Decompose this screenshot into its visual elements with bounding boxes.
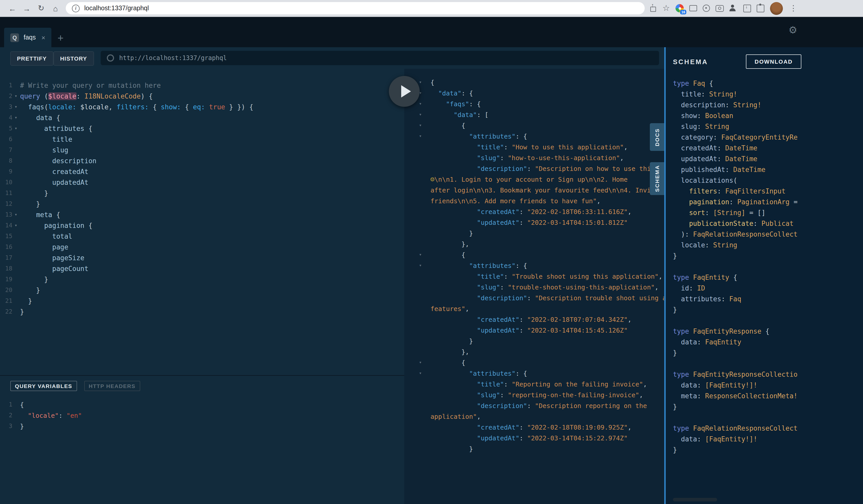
code-line: locale: String <box>673 240 802 250</box>
home-button[interactable]: ⌂ <box>48 1 63 15</box>
history-extension-icon[interactable] <box>703 5 710 12</box>
cast-icon[interactable] <box>689 5 697 11</box>
menu-kebab-icon[interactable]: ⋮ <box>788 3 798 13</box>
caret-spacer <box>414 400 424 411</box>
forward-button[interactable]: → <box>20 1 34 15</box>
save-page-icon[interactable]: ↓ <box>743 4 751 12</box>
code-line: } <box>673 401 802 412</box>
line-number: 2 <box>0 91 12 102</box>
line-number: 19 <box>0 274 12 285</box>
code-line: show: Boolean <box>673 110 802 121</box>
endpoint-input[interactable]: http://localhost:1337/graphql <box>101 51 659 65</box>
docs-side-tab[interactable]: DOCS <box>650 123 664 151</box>
collapse-caret-icon[interactable]: ▾ <box>414 109 424 120</box>
fold-spacer <box>12 410 20 421</box>
query-editor[interactable]: 1# Write your query or mutation here2▾qu… <box>0 69 404 317</box>
code-line: updatedAt: DateTime <box>673 153 802 164</box>
fold-spacer <box>12 263 20 274</box>
code-line: 14▾ pagination { <box>0 220 404 231</box>
fold-spacer <box>12 134 20 145</box>
site-info-icon[interactable]: i <box>72 4 79 12</box>
code-line: 1{ <box>0 399 404 410</box>
collapse-caret-icon[interactable]: ▾ <box>414 260 424 271</box>
pane-divider[interactable] <box>664 47 666 504</box>
code-line: "title": "How to use this application", <box>414 142 664 153</box>
code-line: application", <box>414 411 664 422</box>
code-line: "createdAt": "2022-02-18T08:19:09.925Z", <box>414 422 664 432</box>
query-editor-pane[interactable]: 1# Write your query or mutation here2▾qu… <box>0 69 404 504</box>
camera-icon[interactable] <box>716 5 724 12</box>
close-tab-icon[interactable]: × <box>41 34 45 41</box>
caret-spacer <box>414 217 424 228</box>
history-button[interactable]: HISTORY <box>53 51 94 66</box>
line-number: 6 <box>0 134 12 145</box>
download-button[interactable]: DOWNLOAD <box>746 54 801 69</box>
fold-caret-icon[interactable]: ▾ <box>12 91 20 102</box>
execute-button[interactable] <box>389 76 420 107</box>
code-line: createdAt: DateTime <box>673 143 802 153</box>
collapse-caret-icon[interactable]: ▾ <box>414 368 424 379</box>
tab-query-variables[interactable]: QUERY VARIABLES <box>10 381 77 391</box>
code-line: type Faq { <box>673 78 802 89</box>
schema-side-tab[interactable]: SCHEMA <box>650 162 664 195</box>
schema-sdl-pane[interactable]: SCHEMA DOWNLOAD type Faq { title: String… <box>666 47 863 504</box>
caret-spacer <box>414 196 424 206</box>
code-line: filters: FaqFiltersInput <box>673 186 802 196</box>
tab-http-headers[interactable]: HTTP HEADERS <box>84 381 140 391</box>
code-line: ▾{ <box>414 77 664 88</box>
caret-spacer <box>414 174 424 185</box>
fold-caret-icon[interactable]: ▾ <box>12 123 20 134</box>
url-bar[interactable]: i localhost:1337/graphql <box>66 2 645 14</box>
avatar[interactable] <box>770 2 783 15</box>
horizontal-scrollbar[interactable] <box>673 498 717 502</box>
prettify-button[interactable]: PRETTIFY <box>10 51 53 66</box>
profiles-icon[interactable] <box>729 5 738 12</box>
caret-spacer <box>414 153 424 163</box>
endpoint-status-icon <box>107 54 114 62</box>
extensions-puzzle-icon[interactable] <box>757 4 764 12</box>
caret-spacer <box>414 185 424 196</box>
code-line: }, <box>414 239 664 249</box>
fold-spacer <box>12 253 20 263</box>
back-button[interactable]: ← <box>5 1 20 15</box>
fold-caret-icon[interactable]: ▾ <box>12 102 20 112</box>
fold-spacer <box>12 421 20 432</box>
line-number: 8 <box>0 155 12 166</box>
variables-editor[interactable]: 1{2 "locale": "en"3} <box>0 399 404 432</box>
code-line: 17 pageSize <box>0 253 404 263</box>
tab-faqs[interactable]: Q faqs × <box>4 28 51 47</box>
code-line <box>673 358 802 369</box>
code-line: 20 } <box>0 285 404 296</box>
response-pane[interactable]: ▾{▾ "data": {▾ "faqs": {▾ "data": [▾ {▾ … <box>404 69 664 504</box>
code-line: data: FaqEntity <box>673 337 802 348</box>
fold-caret-icon[interactable]: ▾ <box>12 112 20 123</box>
fold-caret-icon[interactable]: ▾ <box>12 209 20 220</box>
code-line: ☺\n\n1. Login to your account or Sign up… <box>414 174 664 185</box>
settings-gear-icon[interactable]: ⚙ <box>788 24 797 36</box>
collapse-caret-icon[interactable]: ▾ <box>414 357 424 368</box>
code-line: "updatedAt": "2022-03-14T04:15:45.126Z" <box>414 325 664 336</box>
bookmark-star-icon[interactable]: ☆ <box>662 4 670 12</box>
browser-actions: ↑ ☆ 16 ↓ ⋮ <box>649 2 798 15</box>
fold-caret-icon[interactable]: ▾ <box>12 220 20 231</box>
query-variables-pane: QUERY VARIABLES HTTP HEADERS 1{2 "locale… <box>0 375 404 504</box>
code-line: 13▾ meta { <box>0 209 404 220</box>
new-tab-button[interactable]: + <box>58 32 63 44</box>
schema-title: SCHEMA <box>673 58 708 65</box>
line-number: 12 <box>0 198 12 209</box>
share-icon[interactable]: ↑ <box>649 4 657 12</box>
code-line: 8 description <box>0 155 404 166</box>
collapse-caret-icon[interactable]: ▾ <box>414 131 424 142</box>
code-line <box>673 315 802 326</box>
fold-spacer <box>12 177 20 188</box>
variables-tabs: QUERY VARIABLES HTTP HEADERS <box>10 381 404 391</box>
extension-pinwheel-icon[interactable]: 16 <box>675 4 684 12</box>
reload-button[interactable]: ↻ <box>34 1 48 15</box>
collapse-caret-icon[interactable]: ▾ <box>414 120 424 131</box>
line-number: 17 <box>0 253 12 263</box>
code-line: 15 total <box>0 231 404 242</box>
collapse-caret-icon[interactable]: ▾ <box>414 249 424 260</box>
line-number: 5 <box>0 123 12 134</box>
code-line: id: ID <box>673 283 802 294</box>
line-number: 15 <box>0 231 12 242</box>
